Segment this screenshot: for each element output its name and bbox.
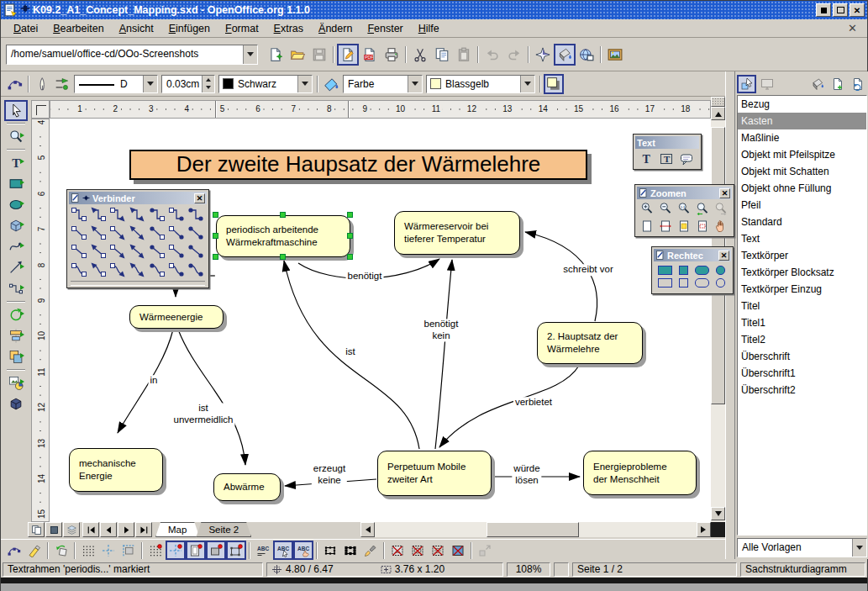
- export-pdf-icon[interactable]: PDF: [359, 44, 381, 66]
- callout-icon[interactable]: [676, 150, 697, 167]
- rechtecke-close-icon[interactable]: ✕: [718, 251, 729, 261]
- select-text-area-only-icon[interactable]: ABC: [273, 541, 293, 560]
- text-titlebar[interactable]: Text: [635, 136, 699, 149]
- panel-splitter[interactable]: [725, 71, 735, 559]
- node-energieprobleme[interactable]: Energieprobleme der Menschheit: [583, 451, 697, 495]
- connector-slant-square-arrow-icon[interactable]: [108, 224, 127, 242]
- fill-color-combobox[interactable]: Blassgelb: [426, 75, 535, 93]
- style-item-textk-rper-blocksatz[interactable]: Textkörper Blocksatz: [738, 264, 866, 281]
- edge-label-erzeugt[interactable]: erzeugt keine: [312, 463, 347, 486]
- menu-format[interactable]: Format: [218, 21, 266, 36]
- url-dropdown-button[interactable]: [243, 45, 257, 64]
- connector-slant-dot-dot-icon[interactable]: [187, 224, 205, 242]
- connector-step-dot-square-icon[interactable]: [148, 205, 166, 224]
- alignment-icon[interactable]: [4, 325, 28, 346]
- select-icon[interactable]: [4, 100, 28, 121]
- verbinder-titlebar[interactable]: Verbinder ✕: [69, 192, 207, 204]
- selection-handle[interactable]: [347, 233, 353, 239]
- selection-handle[interactable]: [347, 254, 353, 260]
- zoom-page-width-icon[interactable]: [656, 218, 675, 235]
- connector-step-dot-dot-icon[interactable]: [187, 205, 205, 224]
- style-item--berschrift2[interactable]: Überschrift2: [738, 382, 866, 398]
- connector-straight-dot-dot-icon[interactable]: [187, 242, 205, 261]
- rounded-square-filled-icon[interactable]: [716, 266, 725, 275]
- fill-format-mode-icon[interactable]: [808, 75, 827, 93]
- status-page[interactable]: Seite 1 / 2: [572, 562, 737, 577]
- simple-handles-icon[interactable]: [320, 541, 340, 560]
- horizontal-scrollbar[interactable]: [360, 522, 711, 537]
- edge-label-verbietet[interactable]: verbietet: [513, 397, 554, 409]
- rechtecke-titlebar[interactable]: Rechtec ✕: [654, 249, 731, 261]
- connector-straight-square-dot-icon[interactable]: [167, 242, 186, 261]
- rounded-square-icon[interactable]: [716, 278, 725, 288]
- connector-curve-arrow-square-icon[interactable]: [89, 261, 108, 279]
- status-position-size[interactable]: 4.80 / 6.47 3.76 x 1.20: [266, 562, 503, 577]
- document-close-icon[interactable]: ✕: [848, 22, 862, 34]
- style-item-kasten[interactable]: Kasten: [738, 113, 866, 129]
- rectangle-filled-icon[interactable]: [658, 266, 672, 275]
- shadow-icon[interactable]: [544, 74, 564, 94]
- lines-arrows-icon[interactable]: [4, 257, 28, 278]
- menu-ndern[interactable]: Ändern: [311, 21, 360, 36]
- edge-label-ist[interactable]: ist: [344, 346, 357, 358]
- split-window-handle[interactable]: [711, 97, 725, 107]
- edge-in[interactable]: [118, 330, 173, 433]
- connector-slant-dot-square-icon[interactable]: [148, 224, 166, 242]
- connector-straight-arrow-arrow-icon[interactable]: [128, 242, 146, 261]
- node-waermeenergie[interactable]: Wärmeenergie: [129, 305, 224, 329]
- arrange-icon[interactable]: [4, 346, 28, 367]
- rectangle-icon[interactable]: [658, 278, 672, 288]
- verbinder-window[interactable]: Verbinder ✕: [66, 189, 209, 288]
- edge-schreibt-vor[interactable]: [525, 232, 597, 321]
- style-item-standard[interactable]: Standard: [738, 214, 866, 230]
- curve-icon[interactable]: [4, 236, 28, 257]
- style-item-titel1[interactable]: Titel1: [738, 314, 866, 331]
- spin-down-icon[interactable]: [203, 84, 214, 92]
- window-resize-handle[interactable]: [71, 281, 205, 286]
- large-handles-icon[interactable]: [340, 541, 360, 560]
- effects-icon[interactable]: [4, 304, 28, 325]
- menu-hilfe[interactable]: Hilfe: [411, 21, 447, 36]
- master-view-icon[interactable]: [45, 522, 62, 537]
- interaction-icon[interactable]: [4, 393, 28, 414]
- drawing-canvas[interactable]: Der zweite Haupsatz der Wärmelehre perio…: [50, 119, 711, 522]
- picture-placeholder-icon[interactable]: [387, 541, 408, 560]
- verbinder-close-icon[interactable]: ✕: [194, 193, 205, 203]
- first-page-icon[interactable]: [82, 522, 99, 537]
- navigator-icon[interactable]: [532, 44, 554, 66]
- connector-step-square-square-icon[interactable]: [70, 205, 88, 224]
- zoom-page-icon[interactable]: [638, 218, 656, 235]
- line-width-field[interactable]: 0.03cm: [161, 75, 215, 93]
- edge-ist-unvermeidlich[interactable]: [178, 330, 245, 465]
- update-style-icon[interactable]: [848, 75, 867, 93]
- connector-curve-square-dot-icon[interactable]: [167, 261, 186, 279]
- close-button[interactable]: ✕: [850, 3, 865, 17]
- style-item--berschrift1[interactable]: Überschrift1: [738, 365, 866, 382]
- fit-text-icon[interactable]: T: [656, 150, 676, 167]
- page-tab-seite-2[interactable]: Seite 2: [196, 522, 251, 537]
- title-bar[interactable]: K09.2_A1_Concept_Mapping.sxd - OpenOffic…: [1, 1, 867, 19]
- edit-points-icon[interactable]: [4, 541, 24, 560]
- copy-icon[interactable]: [431, 44, 453, 66]
- menu-fenster[interactable]: Fenster: [360, 21, 410, 36]
- selection-handle[interactable]: [213, 212, 218, 218]
- dropdown-button[interactable]: [143, 76, 157, 92]
- snap-to-object-frame-icon[interactable]: [206, 541, 226, 560]
- area-bucket-icon[interactable]: [321, 74, 341, 94]
- selection-handle[interactable]: [213, 254, 218, 260]
- show-snap-lines-icon[interactable]: [98, 541, 118, 560]
- vertical-ruler[interactable]: 456789101112131415: [31, 119, 50, 522]
- ruler-origin-box[interactable]: [31, 100, 50, 119]
- double-click-to-edit-text-icon[interactable]: ABC: [293, 541, 313, 560]
- style-item--berschrift[interactable]: Überschrift: [738, 348, 866, 365]
- connector-straight-arrow-square-icon[interactable]: [89, 242, 108, 261]
- scroll-left-icon[interactable]: [360, 522, 375, 537]
- rotation-mode-icon[interactable]: [51, 541, 71, 560]
- insert-icon[interactable]: [4, 372, 28, 393]
- layer-view-icon[interactable]: [63, 522, 80, 537]
- ellipse-icon[interactable]: [4, 194, 28, 215]
- zoomen-titlebar[interactable]: Zoomen ✕: [637, 187, 732, 199]
- modify-with-attributes-icon[interactable]: [360, 541, 381, 560]
- maximize-button[interactable]: [833, 3, 848, 17]
- style-item-objekt-ohne-f-llung[interactable]: Objekt ohne Füllung: [738, 180, 866, 197]
